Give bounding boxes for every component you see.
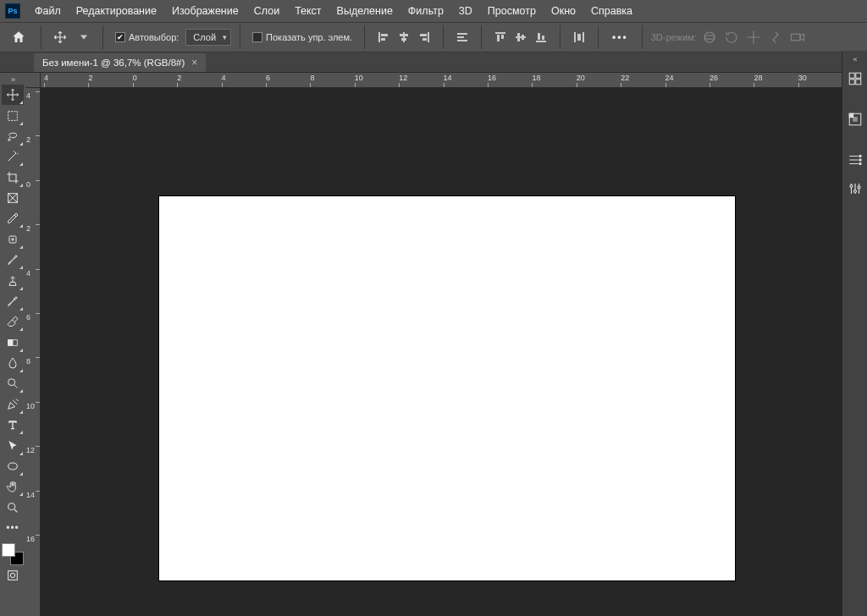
align-group-horizontal	[373, 27, 434, 47]
document-tab[interactable]: Без имени-1 @ 36,7% (RGB/8#) ×	[34, 53, 206, 72]
menu-window[interactable]: Окно	[544, 2, 583, 20]
frame-tool[interactable]	[2, 188, 24, 208]
svg-rect-15	[516, 36, 526, 38]
foreground-background-colors[interactable]	[2, 543, 24, 565]
swatches-panel-icon[interactable]	[844, 107, 866, 131]
divider	[240, 25, 240, 49]
canvas[interactable]	[159, 196, 735, 580]
workspace: 42024681012141618202224262830 4202468101…	[25, 73, 842, 616]
tools-panel: » •••	[0, 73, 25, 586]
shape-tool[interactable]	[2, 456, 24, 476]
home-button[interactable]	[5, 25, 32, 50]
distribute-top-button[interactable]	[490, 27, 511, 47]
tool-preset-dropdown[interactable]	[74, 27, 94, 47]
checkbox-icon	[252, 32, 262, 42]
blur-tool[interactable]	[2, 353, 24, 373]
type-tool[interactable]	[2, 415, 24, 435]
menu-select[interactable]: Выделение	[329, 2, 400, 20]
zoom-tool[interactable]	[2, 498, 24, 518]
magic-wand-tool[interactable]	[2, 146, 24, 167]
color-panel-icon[interactable]	[844, 67, 866, 91]
menu-edit[interactable]: Редактирование	[69, 2, 164, 20]
svg-rect-35	[8, 571, 18, 580]
pen-tool[interactable]	[2, 394, 24, 415]
3d-pan-icon	[744, 28, 763, 47]
ruler-tick-label: 2	[26, 224, 30, 233]
marquee-tool[interactable]	[2, 106, 24, 126]
distribute-spacing-button[interactable]	[569, 27, 589, 47]
svg-rect-16	[517, 33, 520, 41]
gradient-tool[interactable]	[2, 333, 24, 353]
svg-rect-13	[497, 35, 500, 41]
healing-brush-tool[interactable]	[2, 229, 24, 250]
canvas-viewport[interactable]	[41, 88, 842, 616]
svg-point-46	[859, 162, 860, 164]
dodge-tool[interactable]	[2, 373, 24, 393]
ruler-tick-label: 28	[754, 74, 762, 82]
distribute-bottom-button[interactable]	[531, 27, 551, 47]
menu-file[interactable]: Файл	[27, 2, 69, 20]
svg-point-34	[8, 503, 15, 509]
checkbox-icon	[115, 32, 125, 42]
lasso-tool[interactable]	[2, 126, 24, 146]
align-dropdown-button[interactable]	[452, 27, 472, 47]
hand-tool[interactable]	[2, 476, 24, 497]
more-options-button[interactable]: •••	[607, 31, 633, 43]
align-center-h-button[interactable]	[394, 27, 414, 47]
menu-help[interactable]: Справка	[583, 2, 640, 20]
clone-stamp-tool[interactable]	[2, 271, 24, 291]
distribute-center-v-button[interactable]	[511, 27, 531, 47]
menu-view[interactable]: Просмотр	[480, 2, 544, 20]
show-transform-controls-checkbox[interactable]: Показать упр. элем.	[249, 32, 356, 42]
menu-3d[interactable]: 3D	[451, 2, 480, 20]
ruler-horizontal[interactable]: 42024681012141618202224262830	[41, 73, 842, 88]
path-select-tool[interactable]	[2, 436, 24, 456]
auto-select-value: Слой	[193, 32, 216, 42]
svg-rect-8	[422, 38, 427, 41]
auto-select-checkbox[interactable]: Автовыбор:	[112, 32, 182, 42]
ruler-tick-label: 6	[266, 74, 270, 82]
document-tab-strip: Без имени-1 @ 36,7% (RGB/8#) ×	[0, 52, 842, 73]
move-tool-icon[interactable]	[50, 27, 70, 47]
3d-mode-label: 3D-режим:	[651, 32, 697, 42]
ruler-tick-label: 12	[26, 446, 35, 454]
edit-toolbar-button[interactable]: •••	[2, 518, 24, 538]
adjustments-panel-icon[interactable]	[844, 177, 866, 201]
ruler-vertical[interactable]: 420246810121416	[25, 88, 41, 616]
ruler-tick-label: 8	[26, 357, 30, 366]
crop-tool[interactable]	[2, 168, 24, 188]
properties-panel-icon[interactable]	[844, 148, 866, 172]
svg-point-48	[853, 190, 856, 193]
align-left-button[interactable]	[373, 27, 394, 47]
svg-rect-26	[791, 34, 800, 41]
eyedropper-tool[interactable]	[2, 208, 24, 228]
close-tab-icon[interactable]: ×	[191, 57, 197, 69]
move-tool[interactable]	[2, 85, 24, 105]
right-panel-dock: «	[842, 51, 867, 616]
menu-filter[interactable]: Фильтр	[400, 2, 451, 20]
ruler-tick-label: 20	[577, 74, 585, 82]
toolbar-expand-icon[interactable]: »	[11, 74, 14, 85]
divider	[560, 25, 561, 49]
quick-mask-button[interactable]	[2, 565, 24, 586]
svg-rect-9	[457, 33, 467, 35]
svg-point-36	[10, 574, 14, 578]
svg-rect-19	[538, 33, 540, 40]
ruler-tick-label: 22	[621, 74, 629, 82]
auto-select-target-dropdown[interactable]: Слой ▾	[185, 29, 231, 46]
3d-rotate-icon	[722, 28, 741, 47]
menu-text[interactable]: Текст	[287, 2, 329, 20]
panel-expand-icon[interactable]: «	[853, 54, 856, 64]
eraser-tool[interactable]	[2, 311, 24, 332]
svg-rect-40	[855, 80, 860, 85]
align-right-button[interactable]	[414, 27, 434, 47]
svg-rect-21	[574, 32, 576, 42]
brush-tool[interactable]	[2, 250, 24, 270]
ruler-tick-label: 10	[26, 402, 35, 410]
divider	[642, 25, 643, 49]
history-brush-tool[interactable]	[2, 291, 24, 311]
menu-image[interactable]: Изображение	[164, 2, 246, 20]
ruler-origin[interactable]	[25, 73, 41, 88]
menu-layers[interactable]: Слои	[246, 2, 287, 20]
svg-point-33	[8, 463, 18, 470]
